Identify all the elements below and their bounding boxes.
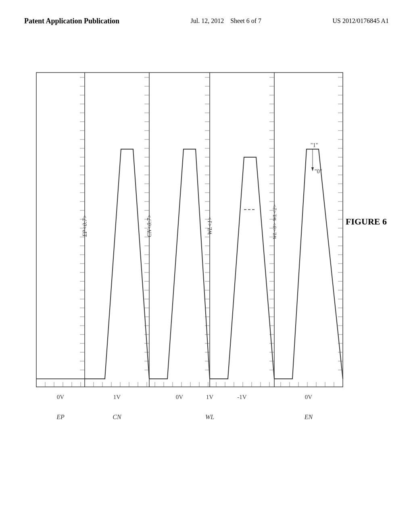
patent-number: US 2012/0176845 A1 xyxy=(332,16,389,26)
timing-diagram: var y = 770; for(var i=0; i<35; i++){ y … xyxy=(24,69,389,451)
svg-text:1V: 1V xyxy=(113,394,121,400)
svg-text:WL<1>: WL<1> xyxy=(207,216,213,235)
svg-text:WL<0> WL<2>: WL<0> WL<2> xyxy=(271,204,277,239)
svg-text:EN: EN xyxy=(304,414,313,420)
svg-text:EP<0:7>: EP<0:7> xyxy=(82,215,88,237)
svg-text:EP: EP xyxy=(56,414,65,420)
figure-label: FIGURE 6 xyxy=(346,216,387,227)
svg-text:1V: 1V xyxy=(206,394,214,400)
timing-diagram-svg: var y = 770; for(var i=0; i<35; i++){ y … xyxy=(24,69,375,423)
header-center: Jul. 12, 2012 Sheet 6 of 7 xyxy=(190,16,261,26)
svg-text:CN<0:7>: CN<0:7> xyxy=(146,214,152,237)
svg-text:"1": "1" xyxy=(311,142,318,148)
page-header: Patent Application Publication Jul. 12, … xyxy=(0,16,413,26)
publication-title: Patent Application Publication xyxy=(24,16,119,26)
svg-text:WL: WL xyxy=(205,414,214,420)
date-sheet: Jul. 12, 2012 Sheet 6 of 7 xyxy=(190,17,261,24)
svg-text:0V: 0V xyxy=(176,394,184,400)
svg-text:-1V: -1V xyxy=(237,394,246,400)
svg-text:CN: CN xyxy=(113,414,122,420)
svg-text:0V: 0V xyxy=(305,394,313,400)
svg-text:0V: 0V xyxy=(57,394,65,400)
svg-text:"0": "0" xyxy=(315,168,322,175)
